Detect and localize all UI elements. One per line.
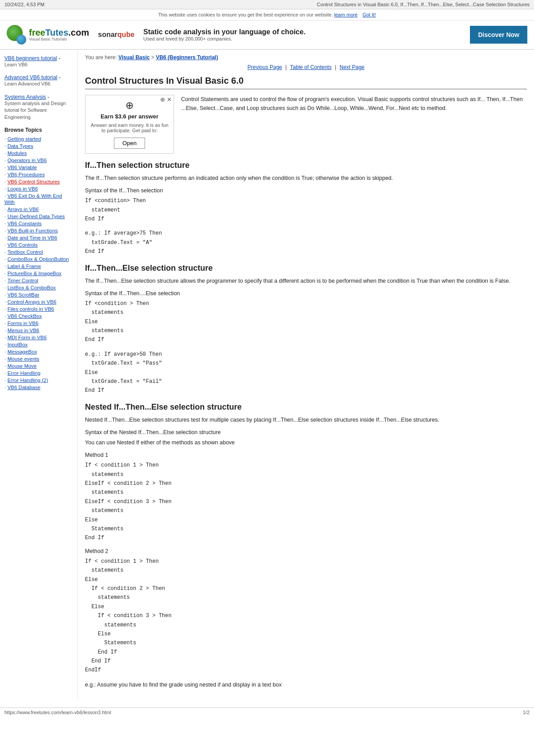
list-item: Mouse events: [4, 356, 73, 362]
sidebar-item-textbox[interactable]: Textbox Control: [8, 249, 43, 255]
sidebar-section-advanced-vb6: Advanced VB6 tutorial - Learn Advanced V…: [4, 74, 73, 87]
cookie-text: This website uses cookies to ensure you …: [158, 12, 333, 17]
sidebar-item-files-controls[interactable]: Files controls in VB6: [8, 306, 54, 312]
list-item: Menus in VB6: [4, 327, 73, 333]
sidebar-link-vb6-beginners[interactable]: VB6 beginners tutorial: [4, 55, 57, 61]
list-item: Arrays in VB6: [4, 206, 73, 212]
sidebar-item-menus[interactable]: Menus in VB6: [8, 328, 40, 333]
toc-link[interactable]: Table of Contents: [290, 64, 332, 70]
sidebar-desc-advanced-vb6: Learn Advanced VB6: [4, 81, 73, 87]
sidebar: VB6 beginners tutorial - Learn VB6 Advan…: [0, 50, 78, 699]
list-item: Mouse Move: [4, 363, 73, 369]
sidebar-item-modules[interactable]: Modules: [8, 150, 27, 156]
method1-code: If < condition 1 > Then statements ElseI…: [85, 461, 527, 543]
sidebar-item-datetime[interactable]: Date and Time in VB6: [8, 235, 57, 240]
sidebar-item-mouse-move[interactable]: Mouse Move: [8, 363, 37, 369]
sidebar-item-picturebox[interactable]: PictureBox & ImageBox: [8, 271, 61, 276]
sidebar-item-forms[interactable]: Forms in VB6: [8, 321, 39, 326]
ad-close-button[interactable]: ⊕ ✕: [160, 96, 172, 103]
if-then-else-desc: The If...Then...Else selection structure…: [85, 276, 527, 286]
list-item: VB6 CheckBox: [4, 313, 73, 319]
list-item: Data Types: [4, 143, 73, 149]
list-item: VB6 Procedures: [4, 171, 73, 178]
next-page-link[interactable]: Next Page: [340, 64, 364, 70]
list-item: PictureBox & ImageBox: [4, 270, 73, 276]
nested-if-desc: Nested If...Then...Else selection struct…: [85, 415, 527, 425]
sidebar-item-label-frame[interactable]: Label & Frame: [8, 264, 41, 269]
footer-url: https://www.freetutes.com/learn-vb6/less…: [4, 710, 111, 715]
discover-now-button[interactable]: Discover Now: [470, 26, 527, 44]
list-item: InputBox: [4, 341, 73, 348]
footer-bar: https://www.freetutes.com/learn-vb6/less…: [0, 707, 534, 717]
list-item: Getting started: [4, 136, 73, 142]
browser-datetime: 10/24/22, 4:53 PM: [4, 2, 44, 7]
list-item: Modules: [4, 150, 73, 156]
sidebar-item-vb6-database[interactable]: VB6 Database: [8, 385, 40, 390]
cookie-bar: This website uses cookies to ensure you …: [0, 9, 534, 20]
sidebar-section-vb6-beginners: VB6 beginners tutorial - Learn VB6: [4, 55, 73, 68]
sidebar-link-systems-analysis[interactable]: Systems Analysis: [4, 94, 46, 100]
nested-if-syntax-label: Syntax of the Nested If...Then...Else se…: [85, 429, 527, 435]
sidebar-item-operators[interactable]: Operators in VB6: [8, 158, 47, 163]
nested-if-you-can-use: You can use Nested If either of the meth…: [85, 438, 527, 447]
list-item: Error Handling: [4, 370, 73, 376]
list-item: Files controls in VB6: [4, 306, 73, 312]
header-banner: freeTutes.com Visual Basic Tutorials son…: [0, 20, 534, 50]
sidebar-item-mdi-form[interactable]: MDI Form in VB6: [8, 335, 47, 340]
sidebar-item-listbox-combobox[interactable]: ListBox & ComboBox: [8, 285, 56, 290]
list-item: ComboBox & OptionButton: [4, 256, 73, 262]
sidebar-item-exit-do[interactable]: VB6 Exit Do & With End With: [4, 193, 62, 205]
sonar-main-text: Static code analysis in your language of…: [143, 28, 306, 36]
sidebar-item-user-defined[interactable]: User-Defined Data Types: [8, 214, 65, 219]
sidebar-item-control-arrays[interactable]: Control Arrays in VB6: [8, 299, 57, 305]
breadcrumb-vb6-link[interactable]: VB6 (Beginners Tutorial): [156, 54, 218, 61]
list-item: Error Handling (2): [4, 377, 73, 383]
sidebar-item-mouse-events[interactable]: Mouse events: [8, 356, 40, 362]
logo-brand[interactable]: freeTutes.com: [29, 28, 89, 37]
cookie-learn-more[interactable]: learn more: [334, 12, 358, 17]
sidebar-item-combobox-option[interactable]: ComboBox & OptionButton: [8, 256, 69, 262]
sidebar-item-error-handling-2[interactable]: Error Handling (2): [8, 378, 48, 383]
if-then-syntax-code: If <condition> Then statement End If: [85, 196, 527, 224]
sidebar-item-checkbox[interactable]: VB6 CheckBox: [8, 313, 42, 319]
sidebar-item-timer[interactable]: Timer Control: [8, 278, 38, 283]
cookie-got-it[interactable]: Got It!: [363, 12, 376, 17]
sidebar-item-inputbox[interactable]: InputBox: [8, 342, 28, 347]
if-then-desc: The If...Then selection structure perfor…: [85, 174, 527, 183]
ad-open-button[interactable]: Open: [114, 138, 145, 149]
sidebar-item-vb6-controls[interactable]: VB6 Controls: [8, 242, 38, 248]
list-item: Date and Time in VB6: [4, 235, 73, 241]
sidebar-links-list: Getting started Data Types Modules Opera…: [4, 136, 73, 390]
sidebar-item-scrollbar[interactable]: VB6 ScrollBar: [8, 292, 40, 297]
list-item: Textbox Control: [4, 249, 73, 255]
browse-topics-heading: Browse Topics: [4, 127, 73, 133]
sidebar-link-advanced-vb6[interactable]: Advanced VB6 tutorial: [4, 74, 57, 81]
sidebar-item-constants[interactable]: VB6 Constants: [8, 221, 42, 226]
page-title: Control Structures In Visual Basic 6.0: [85, 76, 527, 89]
list-item: VB6 Controls: [4, 242, 73, 248]
sidebar-item-messagebox[interactable]: MessageBox: [8, 349, 37, 354]
list-item: VB6 Exit Do & With End With: [4, 193, 73, 205]
list-item: VB6 Database: [4, 384, 73, 390]
list-item: VB6 Built-in Functions: [4, 228, 73, 234]
prev-page-link[interactable]: Previous Page: [247, 64, 282, 70]
sidebar-item-control-structures[interactable]: VB6 Control Structures: [8, 179, 60, 184]
sidebar-item-arrays[interactable]: Arrays in VB6: [8, 207, 39, 212]
sidebar-item-builtin[interactable]: VB6 Built-in Functions: [8, 228, 58, 233]
browser-bar: 10/24/22, 4:53 PM Control Structures in …: [0, 0, 534, 9]
sidebar-item-procedures[interactable]: VB6 Procedures: [8, 172, 45, 177]
list-item: Control Arrays in VB6: [4, 299, 73, 305]
sidebar-item-data-types[interactable]: Data Types: [8, 143, 33, 149]
breadcrumb-vb-link[interactable]: Visual Basic: [118, 54, 150, 61]
if-then-syntax-label: Syntax of the If...Then selection: [85, 187, 527, 194]
sidebar-item-variable[interactable]: VB6 Variable: [8, 165, 37, 170]
ad-title: Earn $3.6 per answer: [90, 113, 169, 120]
breadcrumb-prefix: You are here:: [85, 54, 117, 61]
sidebar-item-error-handling[interactable]: Error Handling: [8, 370, 40, 376]
sidebar-item-loops[interactable]: Loops in VB6: [8, 186, 38, 191]
sidebar-item-getting-started[interactable]: Getting started: [8, 136, 41, 142]
main-layout: VB6 beginners tutorial - Learn VB6 Advan…: [0, 50, 534, 699]
list-item: Operators in VB6: [4, 157, 73, 163]
intro-text: Control Statements are used to control t…: [181, 95, 527, 154]
list-item: ListBox & ComboBox: [4, 285, 73, 291]
